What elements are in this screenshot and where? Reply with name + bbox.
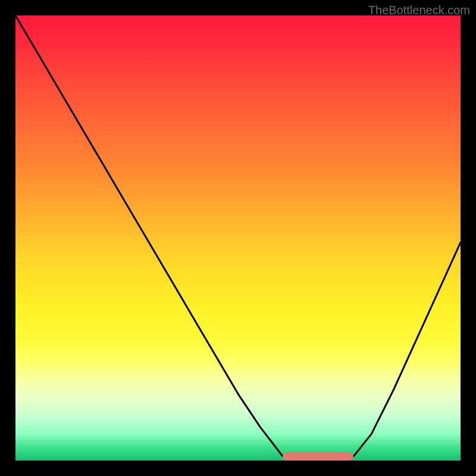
chart-curve-canvas — [15, 15, 461, 461]
watermark-text: TheBottleneck.com — [368, 4, 470, 17]
chart-plot-area — [15, 15, 461, 461]
chart-highlight-segment — [283, 452, 354, 461]
